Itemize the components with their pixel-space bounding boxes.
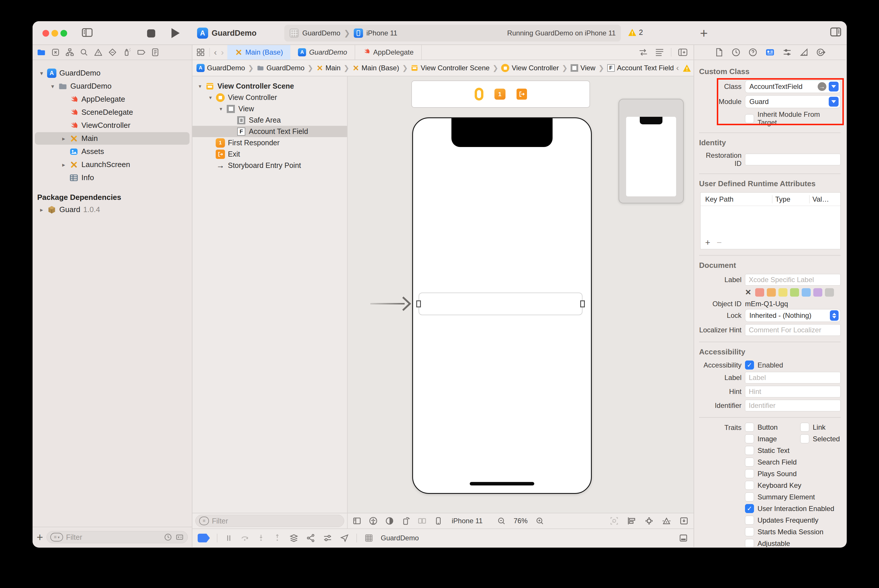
navigator-filter-field[interactable]: ≡▾ Filter xyxy=(47,531,188,543)
tab-appdelegate[interactable]: AppDelegate xyxy=(355,45,422,60)
sidebar-item-info-plist[interactable]: Info xyxy=(33,171,192,184)
size-inspector-tab-icon[interactable] xyxy=(799,47,809,57)
align-icon[interactable] xyxy=(627,516,637,526)
trait-image[interactable]: ✓Image xyxy=(745,434,800,443)
hide-outline-icon[interactable] xyxy=(352,516,362,525)
accessibility-hint-field[interactable]: Hint xyxy=(745,386,841,398)
tab-overview-icon[interactable] xyxy=(196,48,205,57)
trait-starts-media-session[interactable]: ✓Starts Media Session xyxy=(745,527,841,536)
add-file-button[interactable]: + xyxy=(37,531,43,543)
account-text-field[interactable] xyxy=(419,292,583,315)
trait-plays-sound[interactable]: ✓Plays Sound xyxy=(745,469,841,478)
debug-process-name[interactable]: GuardDemo xyxy=(381,534,419,542)
symbols-tab-icon[interactable] xyxy=(65,48,74,57)
udra-add-button[interactable]: + xyxy=(705,238,711,248)
memory-graph-icon[interactable] xyxy=(306,533,316,543)
document-label-field[interactable]: Xcode Specific Label xyxy=(745,274,841,286)
breakpoints-toggle-button[interactable] xyxy=(198,534,210,542)
embed-in-icon[interactable] xyxy=(679,516,689,526)
sidebar-item-scenedelegate[interactable]: SceneDelegate xyxy=(33,106,192,119)
minimize-window-button[interactable] xyxy=(51,30,58,37)
hide-debug-area-icon[interactable] xyxy=(678,533,688,543)
selection-handle-left[interactable] xyxy=(416,300,421,308)
identity-inspector-tab-icon[interactable] xyxy=(765,47,775,57)
trait-updates-frequently[interactable]: ✓Updates Frequently xyxy=(745,516,841,525)
inherit-module-checkbox[interactable]: ✓ xyxy=(745,114,754,123)
disclosure-closed-icon[interactable]: ▸ xyxy=(37,206,46,213)
source-control-status-icon[interactable] xyxy=(175,533,184,542)
color-swatch-purple[interactable] xyxy=(813,288,822,297)
attributes-inspector-tab-icon[interactable] xyxy=(782,47,792,57)
outline-item-entry-point[interactable]: → Storyboard Entry Point xyxy=(192,160,347,171)
code-review-icon[interactable] xyxy=(638,48,648,57)
disclosure-closed-icon[interactable]: ▸ xyxy=(59,161,68,168)
sidebar-item-viewcontroller[interactable]: ViewController xyxy=(33,119,192,132)
quick-help-inspector-tab-icon[interactable] xyxy=(748,47,758,57)
localizer-hint-field[interactable]: Comment For Localizer xyxy=(745,324,841,336)
selection-handle-right[interactable] xyxy=(580,300,585,308)
sidebar-item-package-guard[interactable]: ▸ Guard 1.0.4 xyxy=(33,203,192,216)
color-swatch-yellow[interactable] xyxy=(778,288,787,297)
close-window-button[interactable] xyxy=(42,30,49,37)
file-inspector-tab-icon[interactable] xyxy=(714,47,724,57)
debug-tab-icon[interactable] xyxy=(122,48,131,57)
trait-search-field[interactable]: ✓Search Field xyxy=(745,458,841,466)
environment-overrides-icon[interactable] xyxy=(323,533,332,543)
sidebar-item-project-guarddemo[interactable]: ▾ A GuardDemo xyxy=(33,66,192,80)
class-dropdown-button[interactable] xyxy=(829,82,838,92)
source-control-tab-icon[interactable] xyxy=(51,48,60,57)
sidebar-item-launchscreen[interactable]: ▸ LaunchScreen xyxy=(33,158,192,171)
outline-item-exit[interactable]: Exit xyxy=(192,148,347,160)
tests-tab-icon[interactable] xyxy=(108,48,117,57)
split-preview-icon[interactable] xyxy=(418,516,427,525)
outline-item-view-controller[interactable]: ▾ View Controller xyxy=(192,92,347,103)
disclosure-closed-icon[interactable]: ▸ xyxy=(59,135,68,142)
view-hierarchy-icon[interactable] xyxy=(289,533,299,543)
breadcrumb[interactable]: GuardDemo xyxy=(257,64,305,72)
device-label[interactable]: iPhone 11 xyxy=(452,517,482,525)
canvas-minimap[interactable] xyxy=(619,99,684,203)
appearance-toggle-icon[interactable] xyxy=(385,516,394,525)
accessibility-enabled-checkbox[interactable]: ✓ xyxy=(745,360,754,369)
history-inspector-tab-icon[interactable] xyxy=(731,47,741,57)
issues-tab-icon[interactable] xyxy=(93,48,103,57)
pause-debug-icon[interactable] xyxy=(224,534,233,542)
adjust-editor-options-icon[interactable] xyxy=(655,48,664,57)
add-editor-icon[interactable] xyxy=(678,48,688,57)
color-swatch-red[interactable] xyxy=(755,288,764,297)
step-over-icon[interactable] xyxy=(240,533,249,543)
color-swatch-gray[interactable] xyxy=(825,288,834,297)
tab-main-base[interactable]: Main (Base) xyxy=(227,45,290,60)
sidebar-item-main-storyboard[interactable]: ▸ Main xyxy=(33,132,192,145)
breadcrumb[interactable]: AGuardDemo xyxy=(197,64,245,72)
accessibility-identifier-field[interactable]: Identifier xyxy=(745,400,841,411)
trait-link[interactable]: ✓Link xyxy=(800,423,841,432)
device-icon[interactable] xyxy=(434,516,443,525)
orientation-icon[interactable] xyxy=(401,516,410,525)
accessibility-label-field[interactable]: Label xyxy=(745,372,841,384)
run-button[interactable] xyxy=(171,28,180,38)
update-frames-icon[interactable] xyxy=(609,516,619,526)
storyboard-entry-point-arrow[interactable] xyxy=(370,295,414,312)
previous-issue-button[interactable]: ‹ xyxy=(676,63,679,73)
zoom-in-icon[interactable] xyxy=(535,516,544,525)
breadcrumb[interactable]: View Controller xyxy=(501,64,559,72)
module-field[interactable]: Guard xyxy=(745,95,841,108)
color-swatch-blue[interactable] xyxy=(802,288,811,297)
scheme-name[interactable]: GuardDemo xyxy=(302,29,340,37)
disclosure-open-icon[interactable]: ▾ xyxy=(37,70,46,77)
outline-filter-field[interactable]: ≡ Filter xyxy=(195,515,344,527)
color-swatch-orange[interactable] xyxy=(767,288,776,297)
step-into-icon[interactable] xyxy=(256,533,266,543)
outline-item-scene[interactable]: ▾ View Controller Scene xyxy=(192,81,347,92)
recent-files-icon[interactable] xyxy=(164,533,172,542)
udra-table[interactable]: Key Path Type Val… + − xyxy=(700,192,841,249)
disclosure-open-icon[interactable]: ▾ xyxy=(48,83,57,90)
outline-item-safe-area[interactable]: Safe Area xyxy=(192,114,347,126)
storyboard-canvas[interactable]: 1 xyxy=(348,76,694,513)
trait-static-text[interactable]: ✓Static Text xyxy=(745,446,841,455)
trait-keyboard-key[interactable]: ✓Keyboard Key xyxy=(745,481,841,490)
view-controller-dock-icon[interactable] xyxy=(475,88,483,100)
jump-to-class-button[interactable]: → xyxy=(818,82,826,91)
new-tab-button[interactable]: + xyxy=(700,25,708,41)
